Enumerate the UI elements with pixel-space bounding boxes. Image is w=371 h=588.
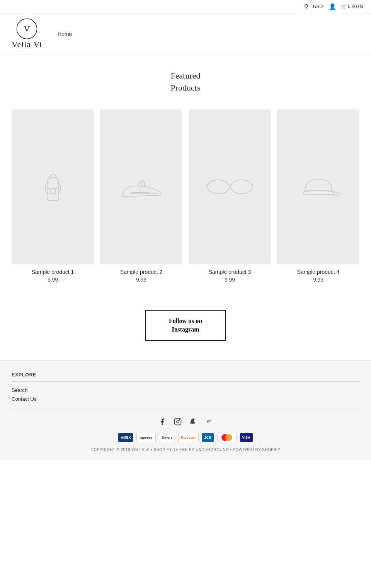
weibo-icon[interactable] [205, 418, 213, 427]
facebook-icon[interactable] [158, 418, 166, 427]
product-name-4: Sample product 4 [297, 269, 340, 275]
svg-point-13 [177, 420, 179, 423]
svg-point-6 [208, 180, 229, 194]
footer-link-contact[interactable]: Contact Us [12, 396, 359, 402]
product-price-2: 9.99 [136, 277, 146, 283]
applepay-icon: Apple Pay [136, 433, 156, 442]
instagram-button[interactable]: Follow us on Instagram [145, 310, 226, 341]
logo[interactable]: V Vella Vi [12, 18, 42, 50]
svg-line-5 [142, 182, 143, 186]
main-nav: Home [58, 31, 72, 37]
account-icon[interactable]: 👤 [329, 3, 336, 10]
discover-icon: Discover [178, 433, 198, 442]
svg-point-17 [225, 434, 232, 441]
product-image-1 [12, 109, 94, 264]
snapchat-icon[interactable] [189, 418, 197, 427]
explore-title: EXPLORE [12, 372, 359, 378]
product-card-2[interactable]: Sample product 2 9.99 [100, 109, 182, 283]
header: V Vella Vi Home [0, 14, 371, 55]
nav-home[interactable]: Home [58, 31, 72, 37]
cart-icon[interactable]: 🛒 0 $0.00 [341, 4, 363, 9]
svg-text:V: V [24, 24, 30, 34]
svg-rect-3 [50, 189, 56, 193]
mastercard-icon [217, 433, 237, 442]
footer: EXPLORE Search Contact Us AMEX [0, 360, 371, 460]
featured-title: Featured Products [12, 70, 359, 94]
top-bar: ⚲ USD· 👤 🛒 0 $0.00 [0, 0, 371, 14]
logo-text: Vella Vi [12, 39, 42, 50]
jcb-icon: JCB [202, 433, 214, 442]
products-grid: Sample product 1 9.99 Sample product 2 9… [0, 102, 371, 291]
footer-links: Search Contact Us [12, 387, 359, 402]
footer-divider [12, 381, 359, 382]
amex-icon: AMEX [118, 433, 133, 442]
social-icons [12, 418, 359, 427]
currency-selector[interactable]: USD· [313, 4, 324, 9]
svg-point-7 [231, 180, 252, 194]
footer-bottom: AMEX Apple Pay Diners Discover JCB VISA … [12, 410, 359, 452]
visa-icon: VISA [240, 433, 253, 442]
product-image-2 [100, 109, 182, 264]
svg-rect-12 [175, 419, 181, 425]
product-card-4[interactable]: Sample product 4 9.99 [277, 109, 359, 283]
product-name-1: Sample product 1 [32, 269, 74, 275]
svg-text:Apple Pay: Apple Pay [140, 436, 152, 439]
payment-icons: AMEX Apple Pay Diners Discover JCB VISA [12, 433, 359, 442]
svg-point-14 [179, 420, 180, 420]
product-price-1: 9.99 [48, 277, 58, 283]
copyright: COPYRIGHT © 2018 VELLA VI • SHOPIFY THEM… [12, 448, 359, 452]
footer-link-search[interactable]: Search [12, 387, 359, 393]
product-image-4 [277, 109, 359, 264]
svg-line-4 [140, 182, 141, 186]
product-name-2: Sample product 2 [120, 269, 163, 275]
product-card-1[interactable]: Sample product 1 9.99 [12, 109, 94, 283]
product-image-3 [189, 109, 271, 264]
diners-icon: Diners [159, 433, 175, 442]
product-price-4: 9.99 [313, 277, 323, 283]
instagram-section: Follow us on Instagram [0, 291, 371, 361]
product-price-3: 9.99 [225, 277, 235, 283]
product-name-3: Sample product 3 [209, 269, 251, 275]
product-card-3[interactable]: Sample product 3 9.99 [189, 109, 271, 283]
featured-section: Featured Products [0, 55, 371, 102]
logo-svg: V [16, 18, 37, 39]
search-icon[interactable]: ⚲ [304, 3, 308, 10]
instagram-icon[interactable] [174, 418, 182, 427]
